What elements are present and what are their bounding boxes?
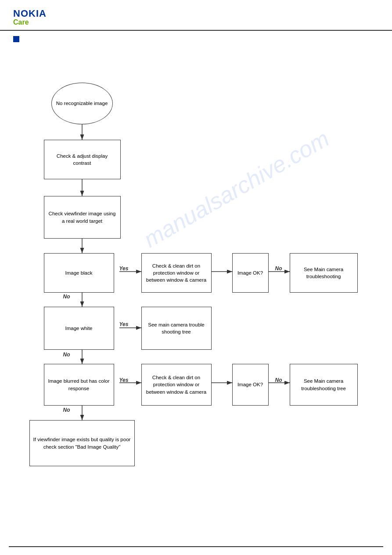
flowchart: No recognizable image Check & adjust dis… [14, 47, 392, 553]
start-node: No recognizable image [51, 83, 113, 124]
box-see-main-2: See Main camera troubleshooting tree [290, 364, 358, 406]
box-final: If viewfinder image exists but quality i… [29, 420, 135, 466]
section-indicator [13, 36, 19, 42]
box-image-white: Image white [44, 307, 114, 350]
no-label-2: No [63, 294, 70, 300]
no-label-1: No [275, 265, 282, 272]
box-image-ok-1: Image OK? [232, 253, 269, 293]
box-image-black: Image black [44, 253, 114, 293]
no-label-3: No [63, 352, 70, 358]
box-check-clean-2: Check & clean dirt on protection window … [141, 364, 212, 406]
no-label-4: No [63, 407, 70, 413]
box-image-ok-2: Image OK? [232, 364, 269, 406]
box-check-clean-1: Check & clean dirt on protection window … [141, 253, 212, 293]
bottom-border [9, 546, 383, 547]
care-subtitle: Care [13, 18, 379, 26]
nokia-brand: NOKIA [13, 8, 379, 19]
box-image-blurred: Image blurred but has color response [44, 364, 114, 406]
yes-label-1: Yes [119, 265, 129, 272]
arrows-svg [14, 47, 392, 553]
box-check-adjust: Check & adjust display contrast [44, 140, 121, 179]
box-see-main-camera: See main camera trouble shooting tree [141, 307, 212, 350]
page-header: NOKIA Care [0, 0, 392, 31]
yes-label-3: Yes [119, 377, 129, 383]
no-label-ok2: No [275, 377, 282, 383]
yes-label-2: Yes [119, 321, 129, 327]
box-see-main-1: See Main camera troubleshooting [290, 253, 358, 293]
box-check-viewfinder: Check viewfinder image using a real worl… [44, 196, 121, 239]
